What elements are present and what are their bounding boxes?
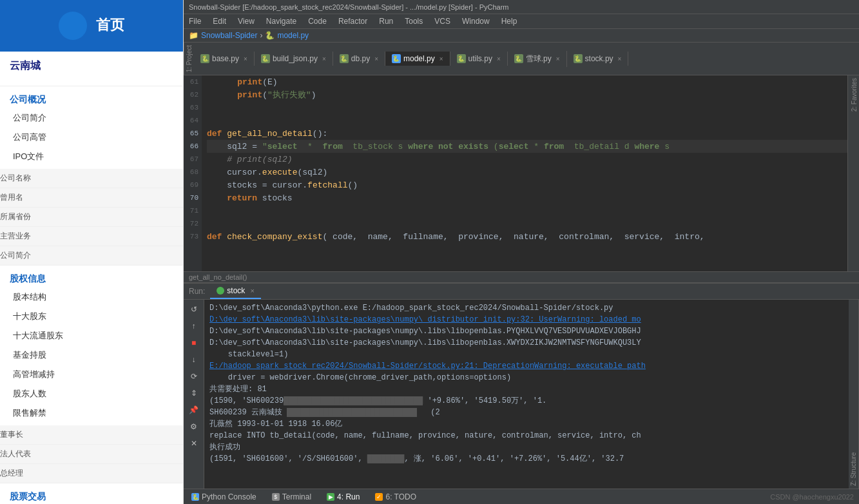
sidebar-item-mgmt[interactable]: 公司高管: [0, 128, 183, 147]
menu-window[interactable]: Window: [459, 15, 492, 27]
tab-utils[interactable]: 🐍 utils.py ×: [450, 52, 508, 66]
detail-row-gm: 总经理: [0, 464, 183, 483]
tab-icon-build: 🐍: [261, 54, 270, 63]
detail-label-alias: 曾用名: [0, 192, 35, 203]
code-line-70: return stocks: [207, 191, 847, 204]
sidebar-item-top10[interactable]: 十大股东: [0, 307, 183, 326]
run-clear-btn[interactable]: ⟳: [187, 369, 201, 383]
run-softlock-btn[interactable]: ⇕: [187, 386, 201, 400]
code-line-66: sql2 = "select * from tb_stock s where n…: [207, 140, 847, 153]
code-line-67: # print(sql2): [207, 153, 847, 166]
tab-stock[interactable]: 🐍 stock.py ×: [567, 52, 629, 66]
bottom-tab-todo[interactable]: ✓ 6: TODO: [367, 490, 424, 503]
structure-panel-label[interactable]: Z: Structure: [849, 300, 859, 489]
favorites-panel: 2: Favorites: [847, 75, 859, 271]
run-output: D:\dev_soft\Anaconda3\python.exe E:/hado…: [204, 300, 849, 489]
tab-close-build[interactable]: ×: [322, 55, 326, 63]
section-trade: 股票交易 成交明细 分价表 大单统计 大宗交易 大宗交易做: [0, 483, 183, 504]
run-restart-btn[interactable]: ↺: [187, 302, 201, 316]
sidebar-item-top10-float[interactable]: 十大流通股东: [0, 326, 183, 345]
code-line-63: [207, 101, 847, 114]
sidebar-item-fund[interactable]: 基金持股: [0, 345, 183, 365]
run-line-14: (1591, 'SH601600', '/S/SH601600', ██████…: [209, 453, 844, 465]
run-label: Run:: [184, 284, 210, 298]
bottom-tab-terminal[interactable]: $ Terminal: [264, 490, 319, 503]
section-title-company: 公司概况: [0, 89, 183, 108]
sidebar-item-intro[interactable]: 公司简介: [0, 108, 183, 128]
tab-db[interactable]: 🐍 db.py ×: [333, 52, 385, 66]
run-line-6[interactable]: E:/hadoop_spark_stock_rec2024/Snowball-S…: [209, 360, 844, 372]
run-tab-close[interactable]: ×: [250, 287, 254, 295]
run-scroll-up-btn[interactable]: ↑: [187, 319, 201, 333]
tab-close-model[interactable]: ×: [439, 55, 443, 63]
tab-close-base[interactable]: ×: [244, 55, 247, 63]
code-line-68: cursor.execute(sql2): [207, 166, 847, 179]
project-panel-label[interactable]: 1: Project: [184, 43, 194, 75]
run-settings-btn[interactable]: ⚙: [187, 420, 201, 434]
sidebar-item-holders[interactable]: 股东人数: [0, 384, 183, 403]
run-scroll-down-btn[interactable]: ↓: [187, 353, 201, 367]
run-tab-stock[interactable]: stock ×: [210, 284, 260, 299]
todo-icon: ✓: [375, 493, 383, 501]
menu-vcs[interactable]: VCS: [432, 15, 453, 27]
detail-row-province: 所属省份: [0, 208, 183, 227]
run-stop-btn[interactable]: ■: [187, 336, 201, 350]
ide-bottom-tabs: 🐍 Python Console $ Terminal ▶ 4: Run ✓ 6…: [184, 489, 859, 504]
ln-70: 70: [184, 191, 202, 204]
detail-label-gm: 总经理: [0, 468, 35, 479]
tab-snowball[interactable]: 🐍 雪球.py ×: [508, 51, 567, 67]
sidebar-item-mgmt-change[interactable]: 高管增减持: [0, 365, 183, 384]
tab-model[interactable]: 🐍 model.py ×: [385, 52, 450, 66]
menu-tools[interactable]: Tools: [402, 15, 425, 27]
ln-62: 62: [184, 88, 202, 101]
menu-help[interactable]: Help: [499, 15, 520, 27]
run-line-4: D:\dev_soft\Anaconda3\lib\site-packages\…: [209, 337, 844, 349]
run-tab-label: stock: [227, 286, 245, 295]
run-line-1: D:\dev_soft\Anaconda3\python.exe E:/hado…: [209, 302, 844, 314]
console-icon: 🐍: [191, 493, 199, 501]
tab-close-db[interactable]: ×: [374, 55, 378, 63]
tab-label-snowball: 雪球.py: [526, 53, 552, 64]
tab-icon-snowball: 🐍: [514, 54, 523, 63]
tab-icon-stock: 🐍: [574, 54, 583, 63]
detail-row-alias: 曾用名: [0, 188, 183, 208]
menu-view[interactable]: View: [235, 15, 257, 27]
favorites-label[interactable]: 2: Favorites: [848, 75, 859, 114]
menu-run[interactable]: Run: [376, 15, 396, 27]
sidebar-item-shares[interactable]: 股本结构: [0, 287, 183, 307]
menu-navigate[interactable]: Navigate: [264, 15, 299, 27]
terminal-icon: $: [272, 493, 280, 501]
run-line-2[interactable]: D:\dev_soft\Anaconda3\lib\site-packages\…: [209, 314, 844, 325]
run-pin-btn[interactable]: 📌: [187, 403, 201, 417]
menu-code[interactable]: Code: [305, 15, 329, 27]
section-title-equity: 股权信息: [0, 268, 183, 287]
run-close-btn[interactable]: ✕: [187, 436, 201, 451]
tab-close-stock[interactable]: ×: [618, 55, 622, 63]
ln-69: 69: [184, 179, 202, 191]
tab-icon-base: 🐍: [200, 54, 209, 63]
breadcrumb-file[interactable]: model.py: [277, 31, 309, 40]
menu-refactor[interactable]: Refactor: [336, 15, 370, 27]
breadcrumb-folder-icon: 📁: [189, 31, 198, 40]
run-line-11: 孔薇然 1993-01-01 1918 16.06亿: [209, 418, 844, 430]
sidebar-item-ipo[interactable]: IPO文件: [0, 147, 183, 166]
ln-68: 68: [184, 166, 202, 179]
method-hint-text: get_all_no_detail(): [189, 273, 247, 281]
menu-edit[interactable]: Edit: [210, 15, 229, 27]
breadcrumb-project[interactable]: Snowball-Spider: [201, 31, 257, 40]
code-content[interactable]: print(E) print("执行失败") def get_all_no_de…: [202, 75, 847, 271]
tab-build[interactable]: 🐍 build_json.py ×: [255, 52, 333, 66]
breadcrumb-sep: ›: [260, 31, 262, 40]
menu-file[interactable]: File: [186, 15, 204, 27]
sidebar-item-lockup[interactable]: 限售解禁: [0, 403, 183, 423]
tab-close-snowball[interactable]: ×: [556, 55, 560, 63]
bottom-tab-run[interactable]: ▶ 4: Run: [319, 490, 367, 503]
tab-base[interactable]: 🐍 base.py ×: [194, 52, 255, 66]
tab-icon-model: 🐍: [392, 54, 401, 63]
detail-label-desc: 公司简介: [0, 250, 35, 261]
tab-close-utils[interactable]: ×: [497, 55, 501, 63]
code-line-65: def get_all_no_detail():: [207, 127, 847, 140]
bottom-tab-console[interactable]: 🐍 Python Console: [184, 490, 264, 503]
ln-63: 63: [184, 101, 202, 114]
ide-breadcrumb: 📁 Snowball-Spider › 🐍 model.py: [184, 29, 859, 43]
